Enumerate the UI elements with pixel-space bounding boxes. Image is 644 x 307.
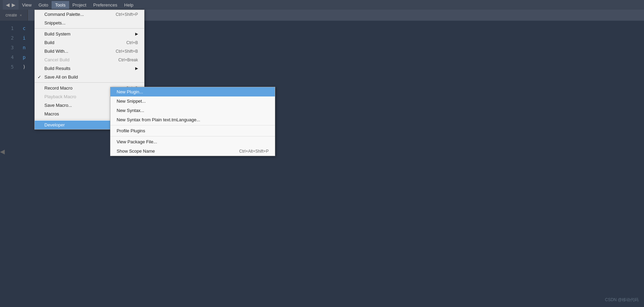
- menu-item-label: Snippets...: [44, 20, 65, 25]
- menu-item-label: Save Macro...: [44, 103, 72, 108]
- submenu-item-show-scope-name[interactable]: Show Scope Name Ctrl+Alt+Shift+P: [110, 146, 275, 156]
- menu-goto[interactable]: Goto: [35, 1, 52, 9]
- submenu-item-new-plugin[interactable]: New Plugin...: [110, 87, 275, 96]
- line-num-4: 4: [3, 52, 14, 62]
- tab-close-button[interactable]: ×: [20, 13, 22, 17]
- menu-item-snippets[interactable]: Snippets...: [35, 19, 144, 27]
- line-num-2: 2: [3, 33, 14, 43]
- checkmark-icon: ✓: [37, 74, 41, 80]
- menu-item-label: Build: [44, 40, 54, 45]
- menu-item-shortcut: Ctrl+Break: [118, 58, 138, 62]
- submenu-item-label: View Package File...: [117, 139, 157, 144]
- submenu-arrow-icon: ▶: [135, 32, 138, 36]
- developer-submenu: New Plugin... New Snippet... New Syntax.…: [110, 87, 275, 156]
- menu-item-label: Command Palette...: [44, 12, 84, 17]
- line-num-1: 1: [3, 23, 14, 33]
- menu-item-label: Build With...: [44, 49, 68, 54]
- menu-help[interactable]: Help: [121, 1, 137, 9]
- menu-item-build-system[interactable]: Build System ▶: [35, 30, 144, 38]
- nav-back-button[interactable]: ◀: [5, 2, 11, 8]
- submenu-item-new-syntax[interactable]: New Syntax...: [110, 106, 275, 115]
- editor-tab[interactable]: create ×: [0, 10, 28, 21]
- separator-1: [35, 28, 144, 29]
- menu-item-label: Save All on Build: [44, 74, 78, 80]
- submenu-item-label: Profile Plugins: [117, 128, 145, 133]
- submenu-item-view-package-file[interactable]: View Package File...: [110, 137, 275, 146]
- line-num-3: 3: [3, 43, 14, 52]
- menu-item-shortcut: Ctrl+B: [126, 40, 138, 45]
- separator-2: [35, 82, 144, 83]
- menu-preferences[interactable]: Preferences: [90, 1, 121, 9]
- menubar: ◀ ▶ View Goto Tools Project Preferences …: [0, 0, 644, 10]
- menu-item-command-palette[interactable]: Command Palette... Ctrl+Shift+P: [35, 10, 144, 19]
- sidebar-left-arrow[interactable]: ◀: [0, 148, 5, 155]
- menu-item-label: Macros: [44, 111, 59, 116]
- nav-forward-button[interactable]: ▶: [11, 2, 17, 8]
- submenu-item-label: New Snippet...: [117, 99, 146, 104]
- menu-item-shortcut: Ctrl+Shift+P: [116, 12, 138, 17]
- menu-item-label: Cancel Build: [44, 57, 69, 62]
- submenu-item-label: Show Scope Name: [117, 149, 155, 154]
- submenu-item-new-syntax-plain[interactable]: New Syntax from Plain text.tmLanguage...: [110, 115, 275, 124]
- line-num-5: 5: [3, 62, 14, 72]
- menu-item-label: Build Results: [44, 66, 71, 71]
- menu-item-label: Playback Macro: [44, 94, 76, 99]
- menu-item-build-with[interactable]: Build With... Ctrl+Shift+B: [35, 47, 144, 55]
- submenu-item-label: New Plugin...: [117, 89, 143, 94]
- submenu-arrow-icon: ▶: [135, 66, 138, 71]
- tab-label: create: [6, 13, 17, 18]
- menu-item-cancel-build: Cancel Build Ctrl+Break: [35, 55, 144, 64]
- submenu-separator-1: [110, 125, 275, 125]
- menu-item-label: Build System: [44, 31, 71, 37]
- line-numbers: 1 2 3 4 5: [0, 23, 17, 304]
- menu-item-label: Developer: [44, 122, 65, 127]
- submenu-item-label: New Syntax...: [117, 108, 144, 113]
- menu-view[interactable]: View: [19, 1, 35, 9]
- menu-item-build[interactable]: Build Ctrl+B: [35, 38, 144, 47]
- menu-item-save-all-on-build[interactable]: ✓ Save All on Build: [35, 73, 144, 81]
- submenu-separator-2: [110, 136, 275, 136]
- menu-item-build-results[interactable]: Build Results ▶: [35, 64, 144, 73]
- menu-tools[interactable]: Tools: [52, 1, 69, 9]
- submenu-item-profile-plugins[interactable]: Profile Plugins: [110, 126, 275, 135]
- watermark: CSDN @移动代码: [605, 297, 638, 303]
- submenu-item-shortcut: Ctrl+Alt+Shift+P: [239, 149, 269, 154]
- menu-project[interactable]: Project: [69, 1, 90, 9]
- submenu-item-label: New Syntax from Plain text.tmLanguage...: [117, 117, 200, 122]
- menu-item-label: Record Macro: [44, 85, 73, 91]
- menu-item-shortcut: Ctrl+Shift+B: [116, 49, 138, 54]
- submenu-item-new-snippet[interactable]: New Snippet...: [110, 96, 275, 106]
- nav-arrows: ◀ ▶: [3, 0, 19, 10]
